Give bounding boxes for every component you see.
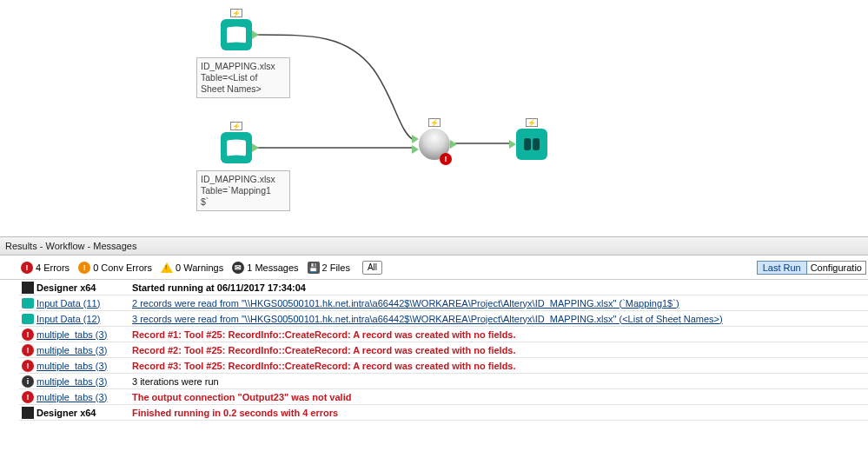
row-message[interactable]: 2 records were read from "\\HKGS00500101… <box>130 298 868 309</box>
results-title: Results - Workflow - Messages <box>5 241 136 251</box>
conv-errors-filter[interactable]: !0 Conv Errors <box>78 262 152 274</box>
row-message: The output connection "Output23" was not… <box>130 392 868 402</box>
result-row: !multiple_tabs (3)Record #1: Tool #25: R… <box>19 327 868 342</box>
messages-filter[interactable]: ✉1 Messages <box>232 262 298 274</box>
label: All <box>368 262 377 272</box>
macro-bolt-icon: ⚡ <box>428 118 441 127</box>
row-message: Record #1: Tool #25: RecordInfo::CreateR… <box>130 329 868 340</box>
row-source[interactable]: multiple_tabs (3) <box>36 392 130 402</box>
row-message[interactable]: 3 records were read from "\\HKGS00500101… <box>130 314 868 324</box>
result-row: imultiple_tabs (3)3 iterations were run <box>19 374 868 389</box>
row-source: Designer x64 <box>36 282 130 293</box>
row-type-icon <box>19 314 36 324</box>
result-row: !multiple_tabs (3)The output connection … <box>19 389 868 405</box>
row-source: Designer x64 <box>36 408 130 418</box>
message-icon: ✉ <box>232 262 244 274</box>
label: 2 Files <box>322 262 350 273</box>
configuration-button[interactable]: Configuratio <box>807 261 866 275</box>
input-data-tool-1[interactable]: ⚡ <box>221 19 252 50</box>
results-status-bar: !4 Errors !0 Conv Errors 0 Warnings ✉1 M… <box>0 256 868 280</box>
error-badge-icon: ! <box>440 153 452 165</box>
anno-line: $` <box>201 196 209 207</box>
row-source[interactable]: multiple_tabs (3) <box>36 361 130 371</box>
row-message: Record #3: Tool #25: RecordInfo::CreateR… <box>130 361 868 371</box>
row-message: Started running at 06/11/2017 17:34:04 <box>130 282 868 293</box>
macro-bolt-icon: ⚡ <box>230 9 242 17</box>
row-type-icon <box>19 282 36 294</box>
result-row: Designer x64Started running at 06/11/201… <box>19 280 868 295</box>
row-source[interactable]: multiple_tabs (3) <box>36 376 130 387</box>
row-message: Finished running in 0.2 seconds with 4 e… <box>130 408 868 418</box>
result-row: !multiple_tabs (3)Record #2: Tool #25: R… <box>19 342 868 358</box>
label: Configuratio <box>811 262 862 273</box>
last-run-button[interactable]: Last Run <box>757 261 807 275</box>
workflow-canvas[interactable]: ⚡ ID_MAPPING.xlsx Table=<List of Sheet N… <box>0 0 868 236</box>
row-source[interactable]: Input Data (11) <box>36 298 130 309</box>
label: 0 Conv Errors <box>93 262 152 273</box>
error-icon: ! <box>21 262 33 274</box>
row-message: Record #2: Tool #25: RecordInfo::CreateR… <box>130 345 868 355</box>
row-type-icon: ! <box>19 360 36 372</box>
label: 4 Errors <box>36 262 70 273</box>
anno-line: Table=<List of <box>201 72 257 83</box>
row-type-icon: i <box>19 375 36 388</box>
all-filter[interactable]: All <box>362 261 382 275</box>
row-type-icon: ! <box>19 391 36 403</box>
row-type-icon: ! <box>19 329 36 341</box>
row-message: 3 iterations were run <box>130 376 868 387</box>
row-source[interactable]: multiple_tabs (3) <box>36 329 130 340</box>
result-row: Input Data (11)2 records were read from … <box>19 295 868 311</box>
errors-filter[interactable]: !4 Errors <box>21 262 70 274</box>
anno-line: Table=`Mapping1 <box>201 185 271 196</box>
input-data-tool-2[interactable]: ⚡ <box>221 132 252 163</box>
conv-error-icon: ! <box>78 262 90 274</box>
anno-line: Sheet Names> <box>201 83 262 94</box>
warnings-filter[interactable]: 0 Warnings <box>161 262 223 273</box>
output-port[interactable] <box>252 143 259 152</box>
results-panel-header: Results - Workflow - Messages <box>0 236 868 256</box>
input-port[interactable] <box>412 145 419 154</box>
anno-line: ID_MAPPING.xlsx <box>201 61 275 71</box>
binoculars-icon <box>524 138 540 150</box>
warning-icon <box>161 262 173 273</box>
book-icon <box>227 140 246 156</box>
row-type-icon <box>19 407 36 419</box>
macro-bolt-icon: ⚡ <box>526 118 538 127</box>
book-icon <box>227 27 246 43</box>
output-port[interactable] <box>450 140 457 149</box>
result-row: Input Data (12)3 records were read from … <box>19 311 868 327</box>
result-row: Designer x64Finished running in 0.2 seco… <box>19 405 868 421</box>
browse-tool[interactable]: ⚡ <box>516 129 547 160</box>
macro-bolt-icon: ⚡ <box>230 122 242 130</box>
label: 1 Messages <box>247 262 298 273</box>
tool-annotation-2: ID_MAPPING.xlsx Table=`Mapping1 $` <box>196 170 290 211</box>
row-type-icon <box>19 298 36 309</box>
files-filter[interactable]: 💾2 Files <box>308 262 350 274</box>
anno-line: ID_MAPPING.xlsx <box>201 174 275 184</box>
input-port[interactable] <box>412 135 419 143</box>
row-source[interactable]: Input Data (12) <box>36 314 130 324</box>
save-icon: 💾 <box>308 262 320 274</box>
row-type-icon: ! <box>19 344 36 356</box>
macro-tool[interactable]: ⚡ ! <box>419 129 450 160</box>
tool-annotation-1: ID_MAPPING.xlsx Table=<List of Sheet Nam… <box>196 57 290 98</box>
results-grid: Designer x64Started running at 06/11/201… <box>19 280 868 421</box>
row-source[interactable]: multiple_tabs (3) <box>36 345 130 355</box>
output-port[interactable] <box>252 30 259 39</box>
input-port[interactable] <box>509 140 516 149</box>
result-row: !multiple_tabs (3)Record #3: Tool #25: R… <box>19 358 868 374</box>
label: Last Run <box>763 262 801 273</box>
label: 0 Warnings <box>176 262 223 273</box>
